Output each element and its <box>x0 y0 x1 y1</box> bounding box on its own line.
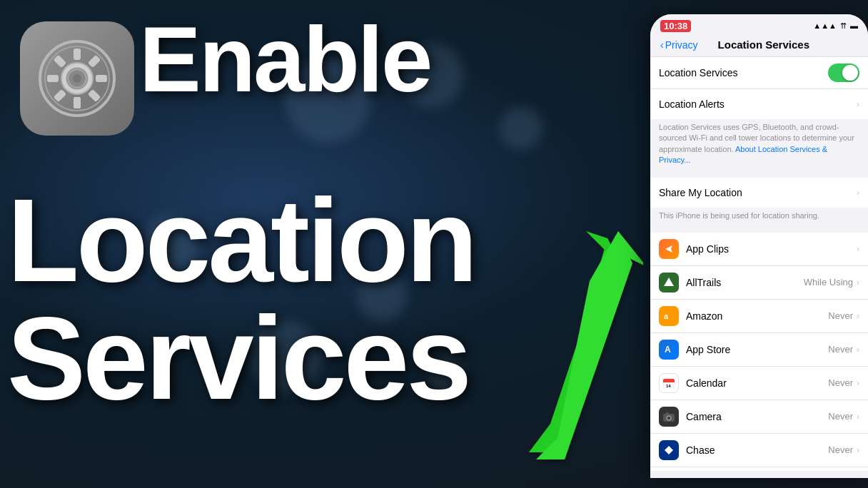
toggle-location-services[interactable] <box>828 63 859 82</box>
label-chase: Chase <box>686 444 828 456</box>
row-location-alerts[interactable]: Location Alerts › <box>650 89 868 119</box>
wifi-icon: ⇈ <box>840 21 847 31</box>
settings-body: Location Services Location Alerts › Loca… <box>650 57 868 471</box>
status-icons: ▲▲▲ ⇈ ▬ <box>813 21 858 31</box>
chevron-alltrails: › <box>857 278 859 288</box>
row-share-location[interactable]: Share My Location › <box>650 178 868 208</box>
chevron-camera: › <box>857 412 859 422</box>
about-link[interactable]: About Location Services & Privacy... <box>659 145 827 164</box>
row-camera[interactable]: Camera Never › <box>650 400 868 434</box>
value-camera: Never <box>828 411 853 422</box>
value-chase: Never <box>828 444 853 455</box>
section-gap-1 <box>650 172 868 178</box>
icon-calendar: 14 <box>659 373 679 393</box>
icon-camera <box>659 407 679 427</box>
chevron-chase: › <box>857 445 859 455</box>
sharing-note: This iPhone is being used for location s… <box>650 208 868 227</box>
svg-marker-18 <box>664 278 674 286</box>
row-chase[interactable]: Chase Never › <box>650 434 868 467</box>
svg-rect-8 <box>74 97 81 108</box>
chevron-calendar: › <box>857 378 859 388</box>
section-apps: App Clips › AllTrails While Using › a Am… <box>650 233 868 471</box>
nav-title: Location Services <box>670 39 858 51</box>
svg-text:A: A <box>665 345 671 355</box>
row-app-store[interactable]: A App Store Never › <box>650 333 868 367</box>
label-location-alerts: Location Alerts <box>659 98 857 110</box>
chevron-share-location: › <box>857 188 859 198</box>
location-description: Location Services uses GPS, Bluetooth, a… <box>650 119 868 172</box>
chevron-app-clips: › <box>857 244 859 254</box>
back-chevron-icon: ‹ <box>660 39 664 51</box>
label-alltrails: AllTrails <box>686 277 804 288</box>
svg-rect-10 <box>47 75 59 82</box>
icon-chase <box>659 440 679 460</box>
svg-rect-23 <box>663 381 675 382</box>
icon-alltrails <box>659 273 679 293</box>
value-alltrails: While Using <box>804 277 853 288</box>
section-gap-2 <box>650 227 868 233</box>
row-app-clips[interactable]: App Clips › <box>650 233 868 266</box>
row-amazon[interactable]: a Amazon Never › <box>650 300 868 333</box>
battery-icon: ▬ <box>850 21 858 30</box>
status-time: 10:38 <box>660 20 691 32</box>
chevron-location-alerts: › <box>857 99 859 109</box>
label-amazon: Amazon <box>686 310 828 322</box>
chevron-amazon: › <box>857 311 859 321</box>
svg-point-13 <box>73 74 81 83</box>
icon-app-store: A <box>659 340 679 360</box>
signal-icon: ▲▲▲ <box>813 21 837 30</box>
nav-bar: ‹ Privacy Location Services <box>650 34 868 57</box>
svg-rect-28 <box>666 412 669 415</box>
status-bar: 10:38 ▲▲▲ ⇈ ▬ <box>650 14 868 34</box>
row-chrome[interactable]: Chrome Never › <box>650 467 868 471</box>
svg-text:a: a <box>664 312 669 320</box>
row-calendar[interactable]: 14 Calendar Never › <box>650 367 868 400</box>
svg-rect-6 <box>96 75 107 82</box>
chevron-app-store: › <box>857 345 859 355</box>
label-camera: Camera <box>686 411 828 422</box>
phone-mockup: 10:38 ▲▲▲ ⇈ ▬ ‹ Privacy Location Service… <box>650 14 868 478</box>
value-calendar: Never <box>828 377 853 388</box>
section-main: Location Services Location Alerts › <box>650 57 868 119</box>
label-share-location: Share My Location <box>659 187 857 198</box>
label-app-clips: App Clips <box>686 243 857 255</box>
row-location-services[interactable]: Location Services <box>650 57 868 89</box>
svg-point-27 <box>667 417 670 420</box>
label-calendar: Calendar <box>686 377 828 389</box>
value-amazon: Never <box>828 310 853 321</box>
section-share: Share My Location › <box>650 178 868 208</box>
settings-app-icon <box>20 21 134 136</box>
svg-text:14: 14 <box>666 384 671 388</box>
row-alltrails[interactable]: AllTrails While Using › <box>650 266 868 300</box>
label-app-store: App Store <box>686 344 828 355</box>
svg-rect-3 <box>74 49 81 60</box>
label-location-services: Location Services <box>659 67 828 78</box>
icon-amazon: a <box>659 306 679 326</box>
icon-app-clips <box>659 239 679 259</box>
value-app-store: Never <box>828 344 853 355</box>
